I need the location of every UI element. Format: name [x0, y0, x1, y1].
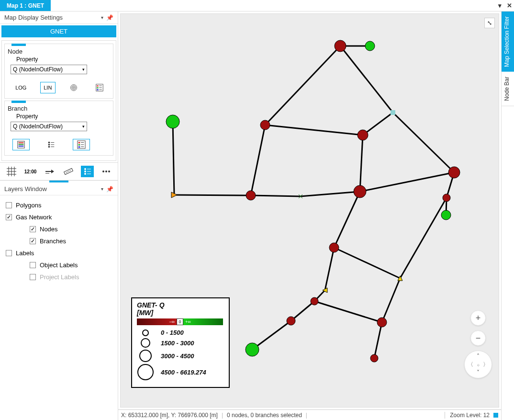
map-canvas[interactable]: ⤡ GNET- Q[MW] −∞ 0 +∞ 0 - 15001500 - 300… — [120, 13, 499, 408]
pan-left-icon[interactable]: 〈 — [468, 361, 473, 369]
pin-icon[interactable]: 📌 — [106, 14, 113, 21]
svg-line-45 — [265, 46, 340, 125]
branch-property-select[interactable]: Q (NodeInOutFlow) ▾ — [11, 122, 87, 131]
node-property-select[interactable]: Q (NodeInOutFlow) ▾ — [11, 65, 87, 74]
flow-arrow-icon[interactable] — [43, 166, 56, 177]
checkbox[interactable] — [30, 262, 36, 268]
branch-legend-icon[interactable] — [73, 139, 90, 150]
svg-line-56 — [301, 192, 360, 196]
branch-style2-icon[interactable] — [43, 139, 59, 150]
minimize-icon[interactable]: ▾ — [495, 0, 504, 11]
chevron-down-icon[interactable]: ▾ — [101, 15, 103, 20]
svg-line-58 — [173, 122, 174, 195]
svg-point-35 — [84, 168, 86, 170]
map-display-settings-header[interactable]: Map Display Settings ▾ 📌 — [0, 11, 118, 24]
pan-right-icon[interactable]: 〉 — [483, 361, 489, 369]
svg-line-67 — [314, 301, 382, 322]
checkbox[interactable]: ✓ — [30, 238, 36, 244]
svg-line-59 — [334, 192, 360, 248]
layer-polygons[interactable]: Polygons — [6, 199, 112, 211]
gnet-selector[interactable]: GNET — [1, 25, 116, 37]
close-icon[interactable]: ✕ — [504, 0, 514, 11]
status-zoom: Zoom Level: 12 — [445, 412, 490, 419]
zoom-out-button[interactable]: − — [470, 330, 486, 346]
svg-line-49 — [393, 113, 454, 172]
contour-icon[interactable] — [66, 82, 81, 93]
svg-line-55 — [251, 195, 301, 196]
pan-down-icon[interactable]: ˅ — [477, 369, 480, 376]
svg-point-43 — [108, 170, 110, 172]
lin-button[interactable]: LIN — [40, 82, 56, 93]
layer-object-labels[interactable]: Object Labels — [6, 259, 112, 271]
svg-point-75 — [448, 167, 460, 178]
svg-marker-28 — [51, 170, 54, 173]
svg-point-14 — [48, 142, 50, 144]
svg-point-84 — [370, 354, 378, 362]
svg-point-83 — [377, 318, 387, 327]
checkbox[interactable] — [6, 202, 12, 208]
svg-point-37 — [84, 170, 86, 172]
chevron-down-icon[interactable]: ▾ — [101, 186, 103, 192]
layer-labels[interactable]: Labels — [6, 247, 112, 259]
zoom-in-button[interactable]: + — [470, 310, 486, 326]
layer-gas-network[interactable]: ✓Gas Network — [6, 211, 112, 223]
layers-window-header[interactable]: Layers Window ▾ 📌 — [0, 183, 118, 195]
node-group-title: Node — [8, 48, 110, 55]
layer-branches[interactable]: ✓Branches — [6, 235, 112, 247]
log-button[interactable]: LOG — [12, 82, 30, 93]
legend-row: 1500 - 3000 — [137, 338, 223, 348]
node-group: Node Property Q (NodeInOutFlow) ▾ LOG LI… — [4, 44, 113, 99]
svg-point-41 — [102, 170, 104, 172]
svg-point-79 — [246, 191, 256, 200]
svg-point-16 — [48, 144, 50, 146]
panel-title: Map Display Settings — [4, 14, 63, 21]
time-button[interactable]: 12:00 — [24, 166, 37, 177]
svg-line-31 — [66, 172, 67, 173]
svg-point-71 — [166, 115, 179, 128]
svg-rect-74 — [391, 110, 395, 115]
svg-point-88 — [311, 297, 318, 305]
branch-style1-icon[interactable] — [12, 139, 30, 150]
svg-point-70 — [365, 41, 375, 51]
tab-node-bar[interactable]: Node Bar — [502, 72, 514, 106]
pin-icon[interactable]: 📌 — [106, 186, 113, 193]
svg-point-2 — [73, 87, 74, 88]
svg-rect-22 — [78, 144, 80, 146]
svg-point-18 — [48, 146, 50, 148]
map-legend: GNET- Q[MW] −∞ 0 +∞ 0 - 15001500 - 30003… — [131, 297, 230, 388]
svg-line-54 — [251, 125, 265, 195]
svg-rect-5 — [97, 87, 98, 88]
ruler-icon[interactable] — [62, 166, 75, 177]
svg-point-39 — [84, 173, 86, 175]
svg-point-78 — [354, 185, 366, 198]
node-property-label: Property — [16, 56, 110, 63]
map-tab[interactable]: Map 1 : GNET — [0, 0, 51, 11]
layer-nodes[interactable]: ✓Nodes — [6, 223, 112, 235]
svg-line-32 — [67, 171, 68, 172]
more-icon[interactable] — [100, 166, 113, 177]
checkbox[interactable]: ✓ — [6, 214, 12, 220]
pan-control[interactable]: ˄ ˅ 〈 〉 ◇ — [464, 351, 492, 378]
map-toolbar: 12:00 — [0, 162, 118, 181]
legend-toggle-icon[interactable] — [92, 82, 107, 93]
tab-map-selection-filter[interactable]: Map Selection Filter — [502, 11, 514, 72]
legend-title: GNET- Q[MW] — [137, 301, 223, 317]
svg-rect-13 — [19, 146, 24, 147]
panel-title: Layers Window — [4, 185, 47, 193]
resize-grip-icon[interactable] — [493, 413, 498, 418]
pan-up-icon[interactable]: ˄ — [477, 353, 480, 360]
expand-icon[interactable]: ⤡ — [484, 18, 495, 28]
pan-center-icon[interactable]: ◇ — [477, 363, 480, 366]
svg-point-42 — [105, 170, 107, 172]
svg-line-47 — [363, 113, 393, 135]
checkbox[interactable]: ✓ — [30, 226, 36, 232]
legend-panel-icon[interactable] — [81, 166, 94, 177]
legend-row: 4500 - 6619.274 — [137, 364, 223, 380]
svg-point-0 — [71, 85, 77, 91]
checkbox[interactable] — [6, 250, 12, 256]
svg-line-46 — [340, 46, 393, 113]
grid-icon[interactable] — [5, 166, 18, 177]
branch-group: Branch Property Q (NodeInOutFlow) ▾ — [4, 101, 113, 156]
svg-line-33 — [68, 171, 69, 172]
legend-row: 0 - 1500 — [137, 329, 223, 336]
